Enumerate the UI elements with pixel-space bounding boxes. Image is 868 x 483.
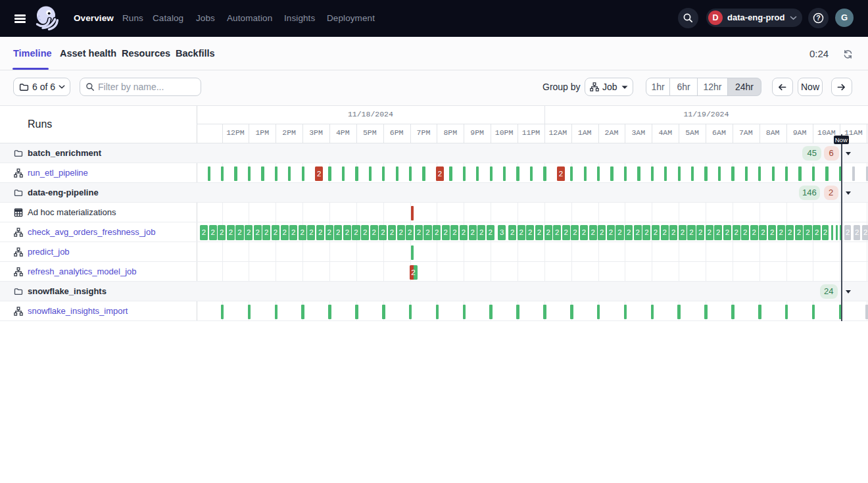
svg-text:?: ?	[816, 14, 820, 22]
